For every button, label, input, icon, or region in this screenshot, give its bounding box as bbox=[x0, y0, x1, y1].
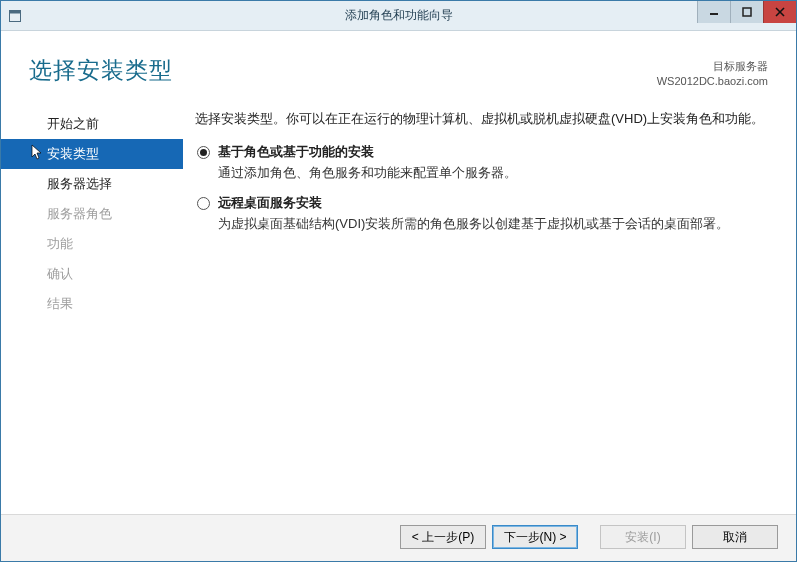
sidebar-item-label: 确认 bbox=[47, 266, 73, 281]
sidebar-item-before-you-begin[interactable]: 开始之前 bbox=[1, 109, 183, 139]
page-title: 选择安装类型 bbox=[29, 55, 657, 103]
app-icon bbox=[1, 9, 29, 23]
sidebar-item-installation-type[interactable]: 安装类型 bbox=[1, 139, 183, 169]
radio-role-feature-install[interactable] bbox=[197, 146, 210, 159]
window-buttons bbox=[697, 1, 796, 23]
cancel-button[interactable]: 取消 bbox=[692, 525, 778, 549]
sidebar-item-features: 功能 bbox=[1, 229, 183, 259]
option-body: 基于角色或基于功能的安装 通过添加角色、角色服务和功能来配置单个服务器。 bbox=[218, 143, 766, 183]
window-title: 添加角色和功能向导 bbox=[345, 7, 453, 24]
intro-text: 选择安装类型。你可以在正在运行的物理计算机、虚拟机或脱机虚拟硬盘(VHD)上安装… bbox=[195, 109, 766, 129]
sidebar-item-results: 结果 bbox=[1, 289, 183, 319]
wizard-sidebar: 开始之前 安装类型 服务器选择 服务器角色 功能 确认 结果 bbox=[1, 109, 183, 514]
titlebar: 添加角色和功能向导 bbox=[1, 1, 796, 31]
button-label: < 上一步(P) bbox=[412, 529, 474, 546]
svg-rect-3 bbox=[743, 8, 751, 16]
sidebar-item-server-roles: 服务器角色 bbox=[1, 199, 183, 229]
sidebar-item-label: 服务器角色 bbox=[47, 206, 112, 221]
target-server-value: WS2012DC.baozi.com bbox=[657, 74, 768, 89]
sidebar-item-label: 结果 bbox=[47, 296, 73, 311]
sidebar-item-label: 开始之前 bbox=[47, 116, 99, 131]
previous-button[interactable]: < 上一步(P) bbox=[400, 525, 486, 549]
install-button: 安装(I) bbox=[600, 525, 686, 549]
option-title: 远程桌面服务安装 bbox=[218, 194, 766, 212]
sidebar-item-confirmation: 确认 bbox=[1, 259, 183, 289]
radio-remote-desktop-install[interactable] bbox=[197, 197, 210, 210]
option-title: 基于角色或基于功能的安装 bbox=[218, 143, 766, 161]
minimize-button[interactable] bbox=[697, 1, 730, 23]
button-label: 下一步(N) > bbox=[504, 529, 567, 546]
button-bar: < 上一步(P) 下一步(N) > 安装(I) 取消 bbox=[1, 514, 796, 561]
close-button[interactable] bbox=[763, 1, 796, 23]
option-body: 远程桌面服务安装 为虚拟桌面基础结构(VDI)安装所需的角色服务以创建基于虚拟机… bbox=[218, 194, 766, 234]
option-desc: 通过添加角色、角色服务和功能来配置单个服务器。 bbox=[218, 163, 766, 183]
target-server-box: 目标服务器 WS2012DC.baozi.com bbox=[657, 55, 768, 103]
maximize-button[interactable] bbox=[730, 1, 763, 23]
sidebar-item-label: 安装类型 bbox=[47, 146, 99, 161]
button-label: 安装(I) bbox=[625, 529, 660, 546]
button-label: 取消 bbox=[723, 529, 747, 546]
svg-rect-1 bbox=[10, 10, 21, 13]
option-desc: 为虚拟桌面基础结构(VDI)安装所需的角色服务以创建基于虚拟机或基于会话的桌面部… bbox=[218, 214, 766, 234]
main-panel: 选择安装类型。你可以在正在运行的物理计算机、虚拟机或脱机虚拟硬盘(VHD)上安装… bbox=[183, 109, 796, 514]
cursor-icon bbox=[31, 144, 43, 167]
sidebar-item-label: 服务器选择 bbox=[47, 176, 112, 191]
target-server-label: 目标服务器 bbox=[657, 59, 768, 74]
next-button[interactable]: 下一步(N) > bbox=[492, 525, 578, 549]
sidebar-item-server-selection[interactable]: 服务器选择 bbox=[1, 169, 183, 199]
option-role-feature-install[interactable]: 基于角色或基于功能的安装 通过添加角色、角色服务和功能来配置单个服务器。 bbox=[195, 143, 766, 183]
option-remote-desktop-install[interactable]: 远程桌面服务安装 为虚拟桌面基础结构(VDI)安装所需的角色服务以创建基于虚拟机… bbox=[195, 194, 766, 234]
page-header: 选择安装类型 目标服务器 WS2012DC.baozi.com bbox=[1, 31, 796, 109]
sidebar-item-label: 功能 bbox=[47, 236, 73, 251]
